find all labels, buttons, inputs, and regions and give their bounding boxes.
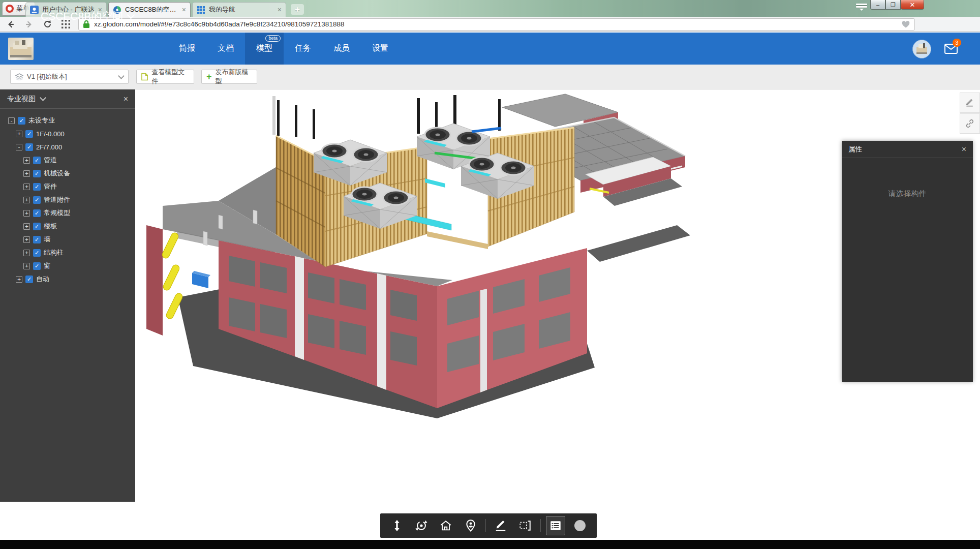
properties-empty-text: 请选择构件 — [842, 189, 973, 199]
properties-title: 属性 — [848, 145, 862, 154]
tree-row[interactable]: + ✓ 机械设备 — [0, 167, 159, 180]
browser-tab-strip: 菜单 用户中心 - 广联达 × CSCEC8B的空间 - 协筑 × 我的导航 ×… — [0, 0, 980, 17]
expander-icon[interactable]: + — [23, 197, 30, 203]
minimize-button[interactable]: – — [870, 0, 885, 10]
expander-icon[interactable]: + — [23, 170, 30, 177]
url-field[interactable]: xz.glodon.com/model/#!/e73c8c46c9bb4d60a… — [78, 18, 915, 30]
nav-settings[interactable]: 设置 — [361, 33, 400, 65]
expander-icon[interactable]: + — [23, 250, 30, 256]
chevron-down-icon — [118, 73, 125, 79]
tree-label: 机械设备 — [44, 169, 70, 178]
window-menu-icon[interactable] — [853, 4, 870, 14]
chevron-down-icon[interactable] — [40, 95, 46, 101]
checkbox[interactable]: ✓ — [25, 276, 33, 283]
checkbox[interactable]: ✓ — [33, 223, 41, 230]
beta-badge: beta — [265, 35, 281, 42]
workspace-logo-image — [8, 38, 34, 60]
main-nav: 简报 文档 模型 beta 任务 成员 设置 — [168, 33, 400, 65]
expander-icon[interactable]: + — [16, 131, 22, 137]
elevation-arrows-button[interactable] — [387, 516, 407, 535]
tree-label: 常规模型 — [44, 208, 70, 218]
browser-logo-icon — [6, 5, 14, 13]
checkbox[interactable]: ✓ — [33, 209, 41, 217]
properties-panel: 属性 × 请选择构件 — [842, 141, 973, 382]
tree-label: 自动 — [36, 274, 49, 284]
expander-icon[interactable]: + — [23, 157, 30, 164]
expander-icon[interactable]: + — [23, 210, 30, 217]
checkbox[interactable]: ✓ — [33, 183, 41, 191]
version-selector[interactable]: V1 [初始版本] — [10, 70, 129, 84]
expander-icon[interactable]: + — [23, 223, 30, 230]
panel-close-icon[interactable]: × — [124, 95, 128, 104]
markup-pencil-button[interactable] — [960, 93, 980, 113]
tree-row[interactable]: + ✓ 楼板 — [0, 220, 159, 233]
tab-my-navigation[interactable]: 我的导航 × — [192, 2, 286, 17]
maximize-button[interactable]: ❐ — [885, 0, 901, 10]
tree-row[interactable]: + ✓ 墙 — [0, 233, 159, 246]
properties-close-icon[interactable]: × — [962, 145, 966, 154]
checkbox[interactable]: ✓ — [33, 236, 41, 243]
message-count-badge: 3 — [953, 39, 961, 47]
nav-model[interactable]: 模型 beta — [245, 33, 284, 65]
tab-close-icon[interactable]: × — [182, 6, 186, 13]
discipline-panel-title: 专业视图 — [7, 95, 36, 104]
workspace-title[interactable]: CSCEC8B的空间 — [41, 0, 134, 32]
nav-tasks[interactable]: 任务 — [284, 33, 322, 65]
nav-documents[interactable]: 文档 — [206, 33, 245, 65]
workspace-logo[interactable] — [8, 38, 34, 60]
expander-icon[interactable]: + — [16, 276, 22, 283]
expander-icon[interactable]: + — [23, 263, 30, 269]
version-selected-text: V1 [初始版本] — [27, 72, 67, 81]
checkbox[interactable]: ✓ — [33, 249, 41, 257]
tree-row[interactable]: + ✓ 1F/-0.000 — [0, 127, 151, 140]
link-chain-button[interactable] — [960, 113, 980, 134]
checkbox[interactable]: ✓ — [33, 196, 41, 204]
back-icon[interactable] — [3, 18, 18, 30]
tree-label: 管道附件 — [44, 195, 70, 204]
tree-row[interactable]: + ✓ 管件 — [0, 180, 159, 193]
tab-close-icon[interactable]: × — [278, 6, 282, 13]
checkbox[interactable]: ✓ — [33, 157, 41, 164]
checkbox[interactable]: ✓ — [18, 117, 25, 125]
first-person-button[interactable] — [461, 516, 480, 535]
checkbox[interactable]: ✓ — [33, 262, 41, 270]
expander-icon[interactable]: + — [23, 184, 30, 190]
checkbox[interactable]: ✓ — [33, 170, 41, 177]
checkbox[interactable]: ✓ — [25, 143, 33, 151]
nav-members[interactable]: 成员 — [322, 33, 361, 65]
new-tab-button[interactable]: + — [291, 4, 304, 15]
tab-title: 我的导航 — [209, 5, 274, 14]
home-view-button[interactable] — [436, 516, 455, 535]
section-box-button[interactable] — [515, 516, 535, 535]
tree-row[interactable]: + ✓ 管道 — [0, 154, 159, 167]
tree-row[interactable]: - ✓ 未设专业 — [0, 114, 143, 127]
tree-row[interactable]: + ✓ 常规模型 — [0, 206, 159, 220]
tree-row[interactable]: - ✓ 2F/7.000 — [0, 140, 151, 154]
nav-grid-favicon — [197, 6, 205, 14]
nav-briefing[interactable]: 简报 — [168, 33, 206, 65]
toolbar-divider — [540, 519, 541, 532]
model-list-button[interactable] — [546, 516, 565, 535]
close-button[interactable]: ✕ — [901, 0, 924, 10]
tree-row[interactable]: + ✓ 窗 — [0, 259, 159, 272]
forward-icon[interactable] — [21, 18, 37, 30]
properties-panel-header: 属性 × — [842, 141, 973, 158]
chevron-down-icon — [127, 11, 135, 19]
model-3d-view[interactable] — [142, 79, 701, 435]
toolbar-divider — [485, 519, 486, 532]
render-sphere-button[interactable] — [570, 516, 590, 535]
workspace-title-text: CSCEC8B的空间 — [41, 9, 123, 23]
expander-icon[interactable]: - — [8, 117, 15, 124]
user-avatar[interactable] — [912, 40, 931, 58]
markup-pen-button[interactable] — [491, 516, 510, 535]
expander-icon[interactable]: - — [16, 144, 22, 150]
tree-row[interactable]: + ✓ 自动 — [0, 272, 151, 286]
orbit-button[interactable] — [412, 516, 431, 535]
checkbox[interactable]: ✓ — [25, 130, 33, 138]
tree-row[interactable]: + ✓ 管道附件 — [0, 193, 159, 206]
tree-row[interactable]: + ✓ 结构柱 — [0, 246, 159, 259]
tree-label: 楼板 — [44, 222, 57, 231]
favorite-heart-icon[interactable] — [901, 20, 910, 28]
expander-icon[interactable]: + — [23, 236, 30, 243]
discipline-view-panel: 专业视图 × - ✓ 未设专业 + ✓ 1F/-0.000 - ✓ 2F/7.0… — [0, 89, 135, 502]
